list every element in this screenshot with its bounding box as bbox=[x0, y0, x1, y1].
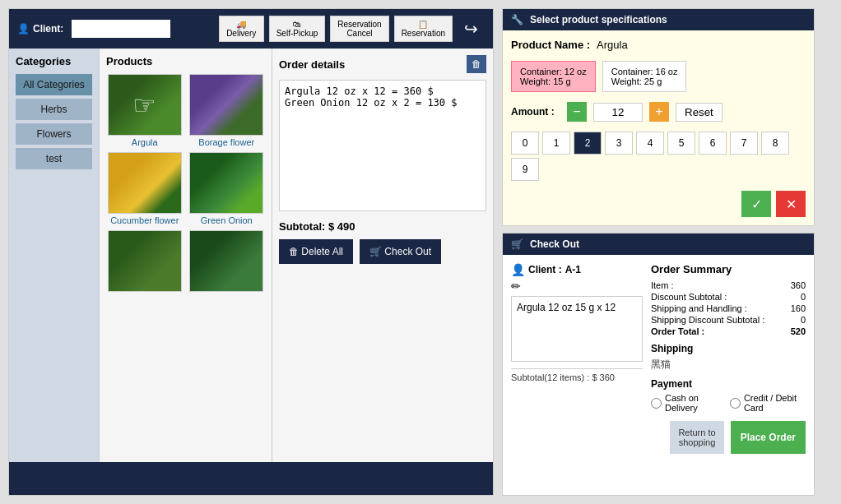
cursor-icon: ☞ bbox=[132, 90, 156, 121]
cancel-spec-button[interactable]: ✕ bbox=[776, 191, 806, 217]
checkout-right: Order Summary Item : 360 Discount Subtot… bbox=[651, 263, 806, 454]
product-name-argula: Argula bbox=[132, 137, 158, 147]
delivery-button[interactable]: 🚚 Delivery bbox=[219, 16, 264, 42]
num-8[interactable]: 8 bbox=[761, 132, 789, 155]
edit-icon[interactable]: ✏ bbox=[511, 280, 521, 293]
order-summary-box: Argula 12 oz 15 g x 12 bbox=[511, 296, 643, 362]
num-7[interactable]: 7 bbox=[730, 132, 758, 155]
product-green-onion[interactable]: Green Onion bbox=[188, 152, 266, 225]
reservation-cancel-button[interactable]: Reservation Cancel bbox=[330, 16, 388, 42]
product-argula[interactable]: ☞ Argula bbox=[106, 74, 184, 147]
container-12oz[interactable]: Container: 12 oz Weight: 15 g bbox=[511, 61, 596, 92]
checkout-panel: 🛒 Check Out 👤 Client : A-1 ✏ Argula 12 o… bbox=[502, 233, 815, 496]
product-borage[interactable]: Borage flower bbox=[188, 74, 266, 147]
summary-item-row: Item : 360 bbox=[651, 280, 806, 290]
num-3[interactable]: 3 bbox=[605, 132, 633, 155]
reservation-icon: 📋 bbox=[418, 20, 428, 29]
checkout-body: 👤 Client : A-1 ✏ Argula 12 oz 15 g x 12 … bbox=[503, 255, 814, 462]
numpad: 0 1 2 3 4 5 6 7 8 9 bbox=[511, 132, 806, 181]
order-text-area[interactable]: Argula 12 oz x 12 = 360 $ Green Onion 12… bbox=[279, 80, 486, 211]
specs-icon: 🔧 bbox=[511, 14, 523, 25]
num-4[interactable]: 4 bbox=[636, 132, 664, 155]
right-panel: 🔧 Select product specifications Product … bbox=[502, 8, 815, 496]
product-name-borage: Borage flower bbox=[198, 137, 254, 147]
checkout-client-row: 👤 Client : A-1 bbox=[511, 263, 643, 276]
shipping-title: Shipping bbox=[651, 343, 806, 354]
place-order-button[interactable]: Place Order bbox=[731, 421, 806, 454]
return-to-shopping-button[interactable]: Return to shopping bbox=[670, 421, 723, 454]
container-options: Container: 12 oz Weight: 15 g Container:… bbox=[511, 61, 806, 92]
checkout-buttons: Return to shopping Place Order bbox=[651, 421, 806, 454]
order-details-title: Order details 🗑 bbox=[279, 55, 486, 73]
checkout-subtotal: Subtotal(12 items) : $ 360 bbox=[511, 368, 643, 382]
self-pickup-button[interactable]: 🛍 Self-Pickup bbox=[269, 16, 326, 42]
exit-button[interactable]: ↪ bbox=[458, 16, 485, 42]
category-herbs[interactable]: Herbs bbox=[16, 99, 92, 120]
bottom-bar bbox=[9, 462, 493, 495]
reset-button[interactable]: Reset bbox=[676, 103, 723, 122]
exit-icon: ↪ bbox=[464, 20, 478, 38]
delete-all-button[interactable]: 🗑 Delete All bbox=[279, 239, 353, 264]
products-panel: Products ☞ Argula Borage flower Cuc bbox=[100, 49, 272, 462]
left-panel: 👤 Client: 🚚 Delivery 🛍 Self-Pickup Reser… bbox=[8, 8, 494, 496]
main-area: Categories All Categories Herbs Flowers … bbox=[9, 49, 493, 462]
delete-icon-button[interactable]: 🗑 bbox=[467, 55, 486, 73]
reservation-button[interactable]: 📋 Reservation bbox=[394, 16, 453, 42]
num-9[interactable]: 9 bbox=[511, 158, 539, 181]
cash-radio[interactable] bbox=[651, 398, 662, 409]
amount-row: Amount : − + Reset bbox=[511, 102, 806, 122]
credit-card-option[interactable]: Credit / Debit Card bbox=[730, 393, 806, 413]
subtotal-label: Subtotal: $ 490 bbox=[279, 220, 486, 233]
credit-radio[interactable] bbox=[730, 398, 741, 409]
product-herb2[interactable] bbox=[188, 230, 266, 294]
specs-panel: 🔧 Select product specifications Product … bbox=[502, 8, 815, 226]
cash-on-delivery-option[interactable]: Cash on Delivery bbox=[651, 393, 722, 413]
summary-total-row: Order Total : 520 bbox=[651, 326, 806, 336]
checkout-button[interactable]: 🛒 Check Out bbox=[360, 239, 441, 264]
payment-options: Cash on Delivery Credit / Debit Card bbox=[651, 393, 806, 413]
product-grid: ☞ Argula Borage flower Cucumber flower bbox=[106, 74, 265, 294]
bag-icon: 🛍 bbox=[293, 20, 301, 29]
confirm-button[interactable]: ✓ bbox=[741, 191, 771, 217]
checkout-icon: 🛒 bbox=[511, 238, 523, 250]
amount-input[interactable] bbox=[593, 103, 643, 122]
num-6[interactable]: 6 bbox=[699, 132, 727, 155]
product-name-cucumber: Cucumber flower bbox=[110, 215, 179, 225]
product-herb1[interactable] bbox=[106, 230, 184, 294]
product-cucumber[interactable]: Cucumber flower bbox=[106, 152, 184, 225]
categories-title: Categories bbox=[16, 55, 92, 67]
specs-header: 🔧 Select product specifications bbox=[503, 9, 814, 30]
delivery-icon: 🚚 bbox=[236, 20, 246, 29]
summary-shipping-row: Shipping and Handling : 160 bbox=[651, 303, 806, 313]
amount-plus-button[interactable]: + bbox=[649, 102, 669, 122]
category-flowers[interactable]: Flowers bbox=[16, 123, 92, 145]
order-details-panel: Order details 🗑 Argula 12 oz x 12 = 360 … bbox=[272, 49, 493, 462]
amount-minus-button[interactable]: − bbox=[567, 102, 587, 122]
checkout-left: 👤 Client : A-1 ✏ Argula 12 oz 15 g x 12 … bbox=[511, 263, 643, 454]
num-1[interactable]: 1 bbox=[542, 132, 570, 155]
product-name-green-onion: Green Onion bbox=[201, 215, 253, 225]
header-actions: 🚚 Delivery 🛍 Self-Pickup Reservation Can… bbox=[219, 16, 485, 42]
num-5[interactable]: 5 bbox=[667, 132, 695, 155]
category-all[interactable]: All Categories bbox=[16, 74, 92, 95]
product-name-row: Product Name : Argula bbox=[511, 39, 806, 51]
category-test[interactable]: test bbox=[16, 148, 92, 169]
header: 👤 Client: 🚚 Delivery 🛍 Self-Pickup Reser… bbox=[9, 9, 493, 49]
client-input[interactable] bbox=[72, 20, 170, 38]
specs-body: Product Name : Argula Container: 12 oz W… bbox=[503, 30, 814, 225]
client-label: 👤 Client: bbox=[17, 23, 63, 35]
confirm-row: ✓ ✕ bbox=[511, 191, 806, 217]
summary-shipping-discount-row: Shipping Discount Subtotal : 0 bbox=[651, 315, 806, 325]
summary-discount-row: Discount Subtotal : 0 bbox=[651, 292, 806, 302]
order-summary-title: Order Summary bbox=[651, 263, 806, 275]
products-title: Products bbox=[106, 55, 265, 67]
container-16oz[interactable]: Container: 16 oz Weight: 25 g bbox=[602, 61, 687, 92]
shipping-text: 黑猫 bbox=[651, 358, 806, 372]
user-icon: 👤 bbox=[17, 23, 30, 35]
num-0[interactable]: 0 bbox=[511, 132, 539, 155]
checkout-user-icon: 👤 bbox=[511, 263, 525, 276]
order-actions: 🗑 Delete All 🛒 Check Out bbox=[279, 239, 486, 264]
num-2[interactable]: 2 bbox=[574, 132, 602, 155]
checkout-header: 🛒 Check Out bbox=[503, 234, 814, 255]
categories-panel: Categories All Categories Herbs Flowers … bbox=[9, 49, 100, 462]
